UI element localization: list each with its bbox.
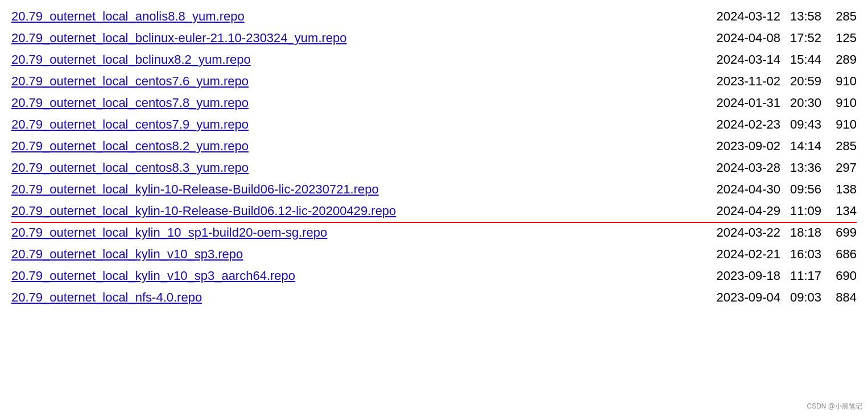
- file-size: 125: [828, 31, 857, 46]
- table-row: 20.79_outernet_local_nfs-4.0.repo2023-09…: [11, 287, 857, 308]
- file-date: 2024-02-21: [678, 247, 780, 262]
- file-link[interactable]: 20.79_outernet_local_nfs-4.0.repo: [11, 290, 202, 305]
- file-time: 13:36: [787, 160, 821, 175]
- file-time: 18:18: [787, 225, 821, 240]
- file-meta: 2024-04-2911:09134: [661, 204, 857, 218]
- table-row: 20.79_outernet_local_kylin-10-Release-Bu…: [11, 179, 857, 200]
- file-date: 2024-04-08: [678, 31, 780, 46]
- file-date: 2023-09-18: [678, 269, 780, 283]
- file-time: 11:09: [787, 204, 821, 218]
- file-time: 13:58: [787, 9, 821, 24]
- file-time: 20:59: [787, 74, 821, 89]
- file-meta: 2024-03-1415:44289: [661, 52, 857, 67]
- file-link[interactable]: 20.79_outernet_local_centos7.8_yum.repo: [11, 96, 249, 110]
- file-size: 686: [828, 247, 857, 262]
- file-meta: 2024-03-2218:18699: [661, 225, 857, 240]
- table-row: 20.79_outernet_local_bclinux8.2_yum.repo…: [11, 49, 857, 71]
- file-size: 884: [828, 290, 857, 305]
- file-time: 09:56: [787, 182, 821, 197]
- file-date: 2024-03-12: [678, 9, 780, 24]
- file-meta: 2024-04-0817:52125: [661, 31, 857, 46]
- file-list: 20.79_outernet_local_anolis8.8_yum.repo2…: [11, 6, 857, 308]
- file-size: 289: [828, 52, 857, 67]
- file-date: 2024-03-22: [678, 225, 780, 240]
- file-date: 2023-09-04: [678, 290, 780, 305]
- table-row: 20.79_outernet_local_centos7.6_yum.repo2…: [11, 71, 857, 92]
- file-time: 14:14: [787, 139, 821, 154]
- file-link[interactable]: 20.79_outernet_local_kylin_v10_sp3.repo: [11, 247, 243, 262]
- file-date: 2024-04-30: [678, 182, 780, 197]
- file-meta: 2024-03-1213:58285: [661, 9, 857, 24]
- file-link[interactable]: 20.79_outernet_local_bclinux-euler-21.10…: [11, 31, 347, 46]
- file-link[interactable]: 20.79_outernet_local_centos8.2_yum.repo: [11, 139, 249, 154]
- file-time: 09:03: [787, 290, 821, 305]
- file-meta: 2023-09-0214:14285: [661, 139, 857, 154]
- file-link[interactable]: 20.79_outernet_local_centos7.9_yum.repo: [11, 117, 249, 132]
- file-time: 15:44: [787, 52, 821, 67]
- file-time: 20:30: [787, 96, 821, 110]
- file-date: 2024-03-14: [678, 52, 780, 67]
- file-link[interactable]: 20.79_outernet_local_bclinux8.2_yum.repo: [11, 52, 251, 67]
- table-row: 20.79_outernet_local_centos8.3_yum.repo2…: [11, 157, 857, 179]
- file-time: 17:52: [787, 31, 821, 46]
- file-time: 16:03: [787, 247, 821, 262]
- table-row: 20.79_outernet_local_kylin_10_sp1-build2…: [11, 222, 857, 243]
- file-meta: 2024-01-3120:30910: [661, 96, 857, 110]
- file-size: 690: [828, 269, 857, 283]
- table-row: 20.79_outernet_local_anolis8.8_yum.repo2…: [11, 6, 857, 27]
- file-link[interactable]: 20.79_outernet_local_centos7.6_yum.repo: [11, 74, 249, 89]
- table-row: 20.79_outernet_local_centos7.9_yum.repo2…: [11, 114, 857, 135]
- file-meta: 2024-04-3009:56138: [661, 182, 857, 197]
- file-size: 910: [828, 117, 857, 132]
- file-link[interactable]: 20.79_outernet_local_kylin_v10_sp3_aarch…: [11, 269, 295, 283]
- file-size: 297: [828, 160, 857, 175]
- file-link[interactable]: 20.79_outernet_local_centos8.3_yum.repo: [11, 160, 249, 175]
- table-row: 20.79_outernet_local_centos8.2_yum.repo2…: [11, 135, 857, 157]
- file-time: 11:17: [787, 269, 821, 283]
- file-date: 2024-02-23: [678, 117, 780, 132]
- file-meta: 2024-03-2813:36297: [661, 160, 857, 175]
- file-date: 2023-09-02: [678, 139, 780, 154]
- file-date: 2023-11-02: [678, 74, 780, 89]
- file-meta: 2023-11-0220:59910: [661, 74, 857, 89]
- file-time: 09:43: [787, 117, 821, 132]
- table-row: 20.79_outernet_local_centos7.8_yum.repo2…: [11, 92, 857, 114]
- table-row: 20.79_outernet_local_kylin-10-Release-Bu…: [11, 200, 857, 222]
- file-size: 910: [828, 74, 857, 89]
- table-row: 20.79_outernet_local_kylin_v10_sp3_aarch…: [11, 265, 857, 287]
- file-size: 285: [828, 139, 857, 154]
- file-size: 699: [828, 225, 857, 240]
- file-size: 285: [828, 9, 857, 24]
- file-meta: 2023-09-1811:17690: [661, 269, 857, 283]
- file-meta: 2024-02-2309:43910: [661, 117, 857, 132]
- file-link[interactable]: 20.79_outernet_local_kylin_10_sp1-build2…: [11, 225, 327, 240]
- file-size: 910: [828, 96, 857, 110]
- file-date: 2024-04-29: [678, 204, 780, 218]
- file-meta: 2023-09-0409:03884: [661, 290, 857, 305]
- table-row: 20.79_outernet_local_kylin_v10_sp3.repo2…: [11, 243, 857, 265]
- file-size: 138: [828, 182, 857, 197]
- file-link[interactable]: 20.79_outernet_local_anolis8.8_yum.repo: [11, 9, 245, 24]
- file-date: 2024-01-31: [678, 96, 780, 110]
- file-date: 2024-03-28: [678, 160, 780, 175]
- file-meta: 2024-02-2116:03686: [661, 247, 857, 262]
- file-link[interactable]: 20.79_outernet_local_kylin-10-Release-Bu…: [11, 204, 396, 218]
- file-link[interactable]: 20.79_outernet_local_kylin-10-Release-Bu…: [11, 182, 379, 197]
- table-row: 20.79_outernet_local_bclinux-euler-21.10…: [11, 27, 857, 49]
- file-size: 134: [828, 204, 857, 218]
